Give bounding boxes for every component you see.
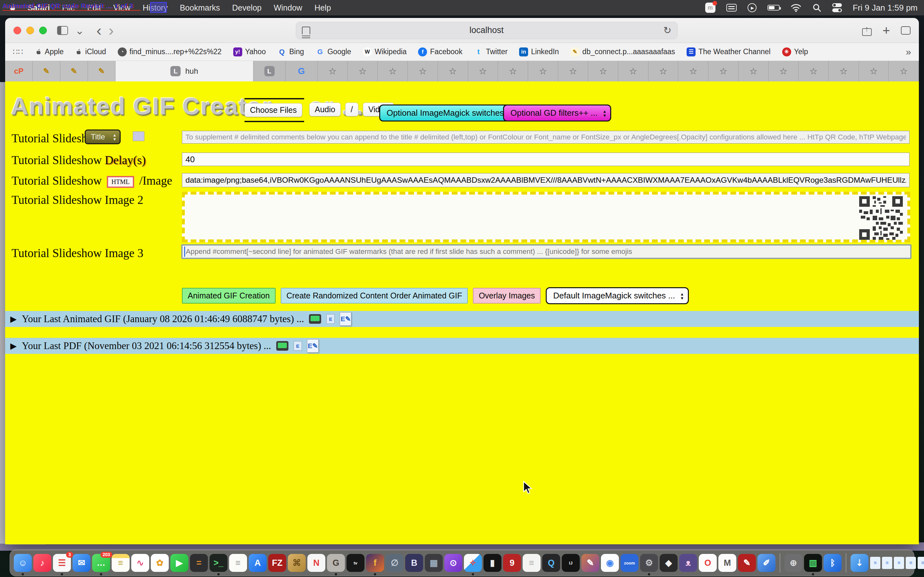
dock-item-terminal-2[interactable]: ▮ <box>483 554 501 572</box>
small-doc-icon[interactable]: E <box>294 341 302 351</box>
image3-watermark-input[interactable] <box>181 244 911 259</box>
dock-item-art-palette[interactable]: ✎ <box>582 554 599 572</box>
randomized-gif-button[interactable]: Create Randomized Content Order Animated… <box>281 288 468 303</box>
dock-item-doc-mini-2[interactable]: ≡ <box>882 557 892 569</box>
dock-item-news[interactable]: N <box>307 554 325 572</box>
dock-item-calculator[interactable]: = <box>190 554 208 572</box>
dock-item-gimp[interactable]: G <box>327 554 345 572</box>
title-color-box[interactable] <box>133 131 144 141</box>
tab-empty-3[interactable]: ☆ <box>348 61 378 81</box>
dock-item-mini-terminal[interactable]: ▥ <box>804 554 822 572</box>
bookmark-bing[interactable]: QBing <box>277 47 304 56</box>
app-status-icon[interactable]: m <box>705 3 716 13</box>
fullscreen-window-button[interactable] <box>39 27 47 34</box>
sidebar-toggle-icon[interactable] <box>57 26 68 35</box>
dock-item-mu-app[interactable]: M <box>718 554 736 572</box>
document-edit-icon[interactable]: E✎ <box>340 312 351 326</box>
dock-item-facetime[interactable]: ▶ <box>170 554 188 572</box>
document-edit-icon[interactable]: E✎ <box>307 339 318 353</box>
tab-overview-icon[interactable] <box>901 26 911 35</box>
bookmark-find-minus-rep-22s-22[interactable]: ◔find_minus....rep+%22s%22 <box>118 47 222 56</box>
bookmark-icloud[interactable]: iCloud <box>75 47 106 56</box>
dock-item-zoom[interactable]: zoom <box>620 554 638 572</box>
tab-active-huh[interactable]: L huh <box>115 61 254 81</box>
dock-item-audio-wave[interactable]: ∿ <box>131 554 149 572</box>
bookmark-google[interactable]: GGoogle <box>315 47 351 56</box>
tab-empty-7[interactable]: ☆ <box>468 61 498 81</box>
dock-item-textedit[interactable]: ≡ <box>229 554 247 572</box>
dock-item-filezilla[interactable]: FZ <box>268 554 286 572</box>
bookmarks-overflow-chevron[interactable]: » <box>906 47 911 57</box>
minimize-window-button[interactable] <box>26 27 34 34</box>
dock-item-doc-mini-5[interactable]: ≡ <box>918 557 924 569</box>
last-animated-gif-details[interactable]: ▶ Your Last Animated GIF (January 08 202… <box>5 311 919 327</box>
default-imagemagick-select[interactable]: Default ImageMagick switches ... ▴▾ <box>546 287 689 304</box>
gd-filters-select[interactable]: Optional GD filters++ ... ▴▾ <box>503 105 611 121</box>
tab-empty-8[interactable]: ☆ <box>498 61 528 81</box>
preview-monitor-icon[interactable] <box>276 341 288 351</box>
dock-item-bluetooth[interactable]: ᛒ <box>824 554 842 572</box>
animated-gif-creation-button[interactable]: Animated GIF Creation <box>182 288 276 303</box>
wifi-icon[interactable] <box>790 3 801 12</box>
tab-pinned-editor[interactable]: ✎ <box>88 61 115 81</box>
address-bar[interactable]: localhost ↻ <box>296 22 678 39</box>
tab-empty-21[interactable]: ☆ <box>889 61 919 81</box>
dock-item-music[interactable]: ♪ <box>33 554 51 572</box>
tab-empty-16[interactable]: ☆ <box>738 61 769 81</box>
share-icon[interactable]: ↑ <box>862 25 872 36</box>
image2-dropzone[interactable] <box>182 192 910 242</box>
input-source-icon[interactable] <box>726 4 737 11</box>
dock-item-no-sign[interactable]: ∅ <box>386 554 404 572</box>
disclosure-triangle-icon[interactable]: ▶ <box>10 341 17 351</box>
playback-icon[interactable]: ▶ <box>748 3 756 12</box>
control-center-icon[interactable] <box>832 3 842 12</box>
tab-empty-13[interactable]: ☆ <box>648 61 678 81</box>
dock-item-doc-mini-3[interactable]: ≡ <box>894 557 904 569</box>
dock-item-image-viewer[interactable]: ▦ <box>425 554 443 572</box>
menu-item-develop[interactable]: Develop <box>232 3 262 13</box>
dock-item-terminal[interactable]: >_ <box>210 554 228 572</box>
back-button[interactable]: ‹ <box>97 23 102 38</box>
title-config-input[interactable] <box>182 131 909 143</box>
tab-empty-6[interactable]: ☆ <box>438 61 468 81</box>
dock-item-blue-pen-app[interactable]: ✐ <box>758 554 775 572</box>
dock-item-firefox[interactable]: f <box>366 554 384 572</box>
dock-item-notes[interactable]: ≡ <box>111 554 129 572</box>
bookmark-apple[interactable]: Apple <box>35 47 64 56</box>
tab-empty-5[interactable]: ☆ <box>408 61 438 81</box>
dock-item-purple-app[interactable]: ᴥ <box>679 554 697 572</box>
delay-input[interactable] <box>182 153 909 166</box>
audio-button[interactable]: Audio <box>309 103 341 116</box>
small-doc-icon[interactable]: E <box>326 314 334 324</box>
bookmark-linkedin[interactable]: inLinkedIn <box>519 47 559 56</box>
choose-files-button[interactable]: Choose Files <box>244 103 302 117</box>
menu-item-help[interactable]: Help <box>314 3 331 13</box>
bookmark-wikipedia[interactable]: WWikipedia <box>363 47 407 56</box>
dock-item-apple-tv[interactable]: tv <box>347 554 365 572</box>
battery-icon[interactable] <box>767 5 780 11</box>
tab-empty-4[interactable]: ☆ <box>378 61 408 81</box>
dock-item-chrome[interactable]: ◉ <box>601 554 619 572</box>
last-pdf-details[interactable]: ▶ Your Last PDF (November 03 2021 06:14:… <box>5 338 919 354</box>
tab-empty-12[interactable]: ☆ <box>618 61 648 81</box>
favorites-grid-icon[interactable]: ∷∷ <box>13 47 23 56</box>
disclosure-triangle-icon[interactable]: ▶ <box>10 314 17 324</box>
dock-item-inkscape[interactable]: ◆ <box>660 554 678 572</box>
tab-empty-15[interactable]: ☆ <box>708 61 738 81</box>
dock-item-opera[interactable]: O <box>699 554 717 572</box>
page-settings-icon[interactable] <box>302 27 310 34</box>
tab-pinned-editor[interactable]: ✎ <box>60 61 88 81</box>
dock-item-app-store[interactable]: A <box>249 554 267 572</box>
html-badge[interactable]: HTML <box>107 176 134 188</box>
tab-l[interactable]: L <box>254 61 286 81</box>
dock-item-reminders[interactable]: ☰3 <box>53 554 71 572</box>
tab-google[interactable]: G <box>286 61 318 81</box>
close-window-button[interactable] <box>13 27 21 34</box>
dock-item-red-pen-app[interactable]: ✎ <box>738 554 756 572</box>
bookmark-the-weather-channel[interactable]: ☰The Weather Channel <box>687 47 771 56</box>
tab-empty-20[interactable]: ☆ <box>859 61 889 81</box>
tab-empty-19[interactable]: ☆ <box>829 61 859 81</box>
dock-item-photos[interactable]: ✿ <box>151 554 169 572</box>
data-uri-input[interactable] <box>182 173 909 187</box>
dock-item-doc-mini-1[interactable]: ≡ <box>870 557 880 569</box>
